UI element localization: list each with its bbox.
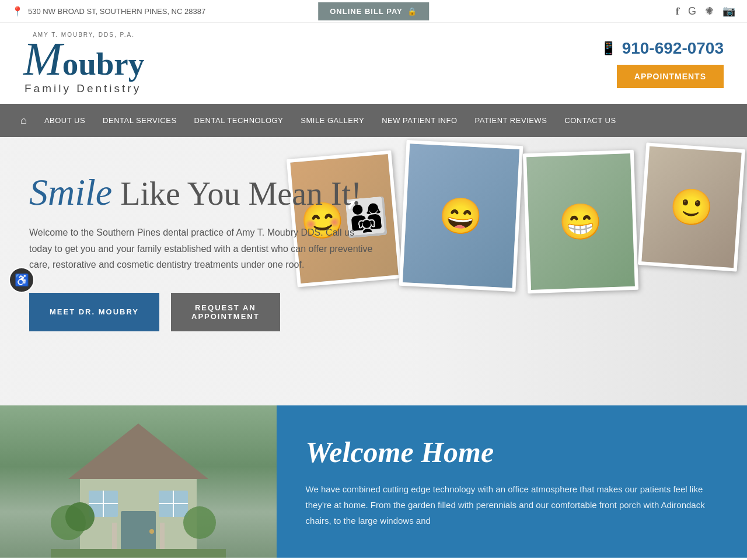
- meet-dr-moubry-button[interactable]: MEET DR. MOUBRY: [29, 293, 159, 331]
- svg-rect-10: [112, 523, 117, 552]
- nav-about-us[interactable]: ABOUT US: [36, 106, 94, 135]
- welcome-content: Welcome Home We have combined cutting ed…: [277, 405, 747, 558]
- header-right: 📱 910-692-0703 APPOINTMENTS: [601, 39, 724, 88]
- nav-smile-gallery[interactable]: SMILE GALLERY: [292, 106, 373, 135]
- request-appointment-button[interactable]: REQUEST AN APPOINTMENT: [171, 293, 280, 331]
- facebook-icon[interactable]: 𝐟: [676, 5, 679, 18]
- top-bar: 📍 530 NW BROAD ST, SOUTHERN PINES, NC 28…: [0, 0, 747, 23]
- welcome-section: Welcome Home We have combined cutting ed…: [0, 405, 747, 558]
- bill-pay-label: ONLINE BILL PAY: [330, 7, 403, 16]
- photo-face-senior: 🙂: [641, 146, 741, 268]
- logo-family-text: Family Dentistry: [25, 82, 144, 95]
- accessibility-button[interactable]: ♿: [9, 267, 34, 293]
- svg-marker-1: [68, 424, 208, 479]
- accessibility-icon: ♿: [15, 273, 29, 287]
- phone-number: 910-692-0703: [622, 39, 724, 58]
- logo-main: M oubry: [23, 38, 144, 82]
- request-line2: APPOINTMENT: [191, 312, 260, 321]
- svg-rect-15: [51, 549, 226, 558]
- photo-card-3: 😁: [523, 150, 638, 293]
- svg-point-13: [65, 502, 95, 531]
- hero-content: Smile Like You Mean It! Welcome to the S…: [0, 137, 409, 366]
- photo-card-4: 🙂: [638, 142, 745, 271]
- hero-title: Smile Like You Mean It!: [29, 172, 379, 213]
- hero-title-italic: Smile: [29, 172, 112, 213]
- social-icons: 𝐟 G ✺ 📷: [676, 5, 735, 18]
- yelp-icon[interactable]: ✺: [705, 5, 714, 18]
- photo-face-young: 😄: [403, 144, 519, 288]
- appointments-button[interactable]: APPOINTMENTS: [617, 65, 724, 88]
- house-svg: [51, 406, 226, 558]
- main-nav: ⌂ ABOUT US DENTAL SERVICES DENTAL TECHNO…: [0, 104, 747, 137]
- lock-icon: 🔒: [407, 7, 417, 16]
- online-bill-pay-button[interactable]: ONLINE BILL PAY 🔒: [318, 2, 429, 20]
- svg-point-3: [149, 529, 154, 534]
- photo-face-man: 😁: [526, 153, 635, 290]
- nav-new-patient-info[interactable]: NEW PATIENT INFO: [373, 106, 466, 135]
- phone-area[interactable]: 📱 910-692-0703: [601, 39, 724, 58]
- hero-section: 😊👨‍👩‍👧 😄 😁 🙂 Smile Like You Mean It! Wel…: [0, 137, 747, 405]
- nav-dental-services[interactable]: DENTAL SERVICES: [94, 106, 185, 135]
- bill-pay-area[interactable]: ONLINE BILL PAY 🔒: [318, 2, 429, 20]
- welcome-title: Welcome Home: [306, 435, 718, 470]
- nav-home[interactable]: ⌂: [12, 104, 36, 137]
- welcome-image: [0, 405, 277, 558]
- hero-body-text: Welcome to the Southern Pines dental pra…: [29, 225, 379, 272]
- welcome-title-text: Welcome Home: [306, 436, 494, 468]
- nav-patient-reviews[interactable]: PATIENT REVIEWS: [466, 106, 556, 135]
- photo-card-2: 😄: [399, 140, 523, 292]
- header: AMY T. MOUBRY, DDS, P.A. M oubry Family …: [0, 23, 747, 104]
- phone-icon: 📱: [601, 41, 616, 56]
- logo-rest-text: oubry: [62, 46, 145, 82]
- address-text: 530 NW BROAD ST, SOUTHERN PINES, NC 2838…: [28, 7, 205, 16]
- svg-rect-11: [160, 523, 165, 552]
- hero-title-regular: Like You Mean It!: [112, 176, 362, 212]
- logo-m-letter: M: [23, 38, 62, 80]
- hero-buttons: MEET DR. MOUBRY REQUEST AN APPOINTMENT: [29, 293, 379, 331]
- logo[interactable]: AMY T. MOUBRY, DDS, P.A. M oubry Family …: [23, 32, 144, 95]
- nav-dental-technology[interactable]: DENTAL TECHNOLOGY: [186, 106, 292, 135]
- request-line1: REQUEST AN: [195, 303, 256, 312]
- instagram-icon[interactable]: 📷: [722, 5, 735, 18]
- address-area: 📍 530 NW BROAD ST, SOUTHERN PINES, NC 28…: [12, 6, 205, 17]
- nav-contact-us[interactable]: CONTACT US: [556, 106, 624, 135]
- svg-point-14: [183, 506, 216, 539]
- welcome-body-text: We have combined cutting edge technology…: [306, 481, 718, 528]
- location-icon: 📍: [12, 6, 23, 17]
- google-icon[interactable]: G: [688, 5, 696, 18]
